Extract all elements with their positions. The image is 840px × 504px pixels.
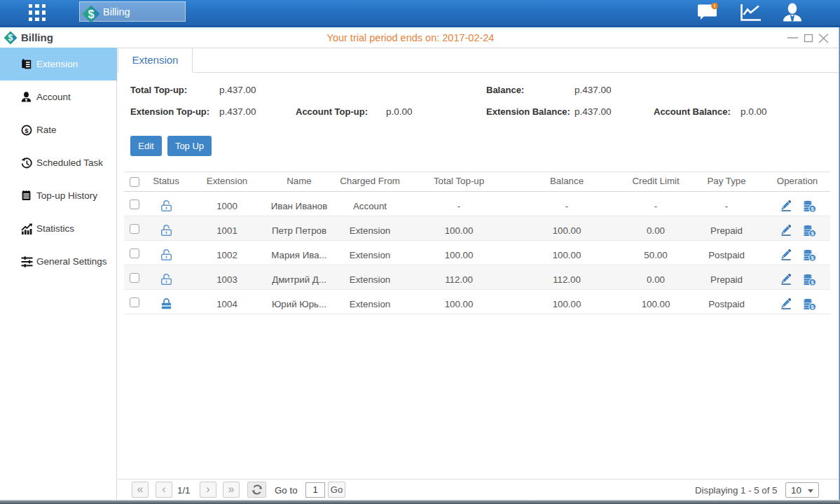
svg-text:$: $ (25, 127, 29, 134)
svg-text:$: $ (8, 33, 13, 43)
svg-text:$: $ (88, 8, 94, 20)
svg-text:!: ! (714, 3, 716, 9)
